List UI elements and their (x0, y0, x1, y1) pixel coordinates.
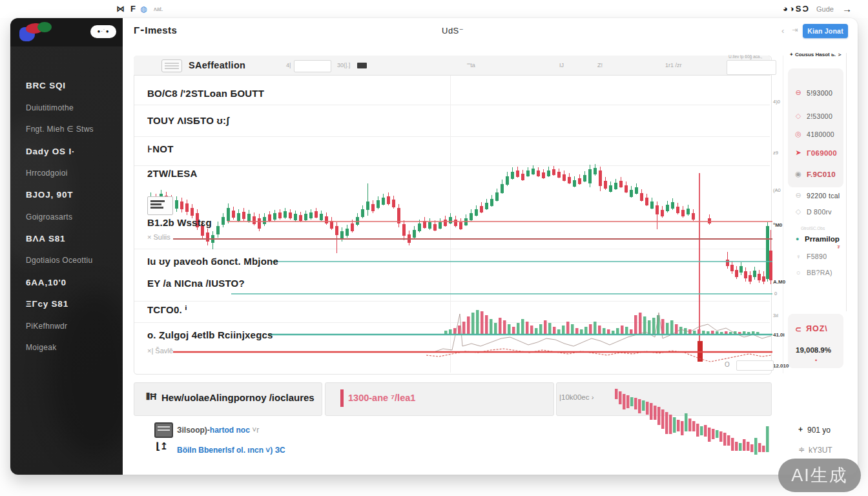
watchlist-row-5[interactable]: ⊖92200 tcal (794, 191, 840, 200)
watchlist-row-value: 92200 tcal (807, 192, 840, 200)
roz-value: 19,008.9% (796, 346, 831, 354)
chart-annotation-8: TCГO0. ⁱ (147, 304, 187, 316)
alert-headline[interactable]: 1300-ane ⁷/lea1 (348, 393, 415, 403)
footer-link-1[interactable]: Зilsoop)-hartod noc ˅r (177, 426, 259, 435)
watchlist-row-2[interactable]: ◎4180000 (794, 130, 834, 138)
axis-label: 41.0i (773, 332, 785, 338)
axis-label: z9 (773, 150, 778, 156)
chart-search-input[interactable] (727, 60, 776, 75)
os-topbar: ⋈ F ◍ ʌat. ◕◑SƆ Gude → (0, 0, 868, 18)
row-separator (134, 249, 770, 249)
sidebar-item-10[interactable]: ΞΓcy S81 (26, 293, 94, 315)
news-headline[interactable]: Hew/uolaeAlingpornoy /ioclaures (161, 392, 315, 403)
watchlist-row-1[interactable]: ◇2!53000 (794, 112, 832, 120)
chart-annotation-1: TOUY ΛISБTO ʊ:ʃ (147, 115, 229, 126)
watchlist-header[interactable]: ✦ Cousus Hasot ь. ＞ (789, 51, 842, 58)
sidebar-item-7[interactable]: BΛA S81 (26, 228, 94, 250)
ai-watermark: AI生成 (778, 459, 861, 492)
plus-icon[interactable]: + (798, 425, 803, 434)
watchlist-row-value: Г069000 (807, 149, 837, 157)
interval-label: 4| (286, 62, 291, 68)
sidebar-item-4[interactable]: Hrrcodgoioi (26, 162, 94, 184)
header-center-label: UdS⁻ (442, 26, 464, 36)
pin-icon[interactable]: ⇥ (792, 26, 798, 34)
sidebar-item-0[interactable]: BRC SQI (26, 75, 94, 97)
watchlist-row-icon: ⊖ (794, 88, 802, 97)
app-root: ⋈ F ◍ ʌat. ◕◑SƆ Gude → ●·˙● BRC SQIDuiut… (0, 0, 868, 496)
alert-bar-icon (340, 389, 344, 407)
chart-type-icon[interactable] (161, 59, 182, 72)
axis-label: A.M0 (773, 279, 785, 285)
watchlist-row-0[interactable]: ⊖5!93000 (794, 88, 832, 97)
chart-header-tick: IJ (559, 62, 564, 68)
chart-corner-note: U.llev tp 60ğ aca., (728, 54, 762, 59)
topbar-status-icons[interactable]: ◕◑SƆ (783, 4, 810, 14)
sidebar-item-12[interactable]: Moigeak (26, 337, 94, 359)
featured-item-label[interactable]: Prramilop (805, 235, 840, 243)
row-separator (134, 322, 770, 323)
featured-dot-icon: ● (796, 236, 799, 242)
row-separator (134, 136, 770, 137)
sidebar-item-3[interactable]: Dady OS I· (26, 140, 94, 162)
watchlist-row-icon: ◇ (794, 207, 802, 216)
sidebar-item-9[interactable]: 6AA,10'0 (26, 271, 94, 293)
app-logo[interactable] (19, 23, 53, 43)
chart-legend-icon[interactable] (147, 196, 173, 215)
window-controls-icon[interactable]: ⋈ (116, 4, 125, 14)
watchlist-row-7[interactable]: ♀F5890 (794, 253, 827, 260)
footer-link-2[interactable]: Böiln Bbenerlsf ol. ıncn ˅) ЗС (177, 446, 285, 455)
axis-label: (A0 (773, 187, 781, 193)
row-separator (134, 301, 770, 302)
vertical-gridline (450, 76, 451, 373)
footer-link-1-suffix: ˅r (250, 426, 259, 435)
chart-annotation-4: B1.2b Wsstɛg (147, 217, 212, 228)
watchlist-row-value: D 800rv (807, 208, 832, 216)
interval-input[interactable] (294, 60, 331, 72)
chart-zoom-handle-icon[interactable]: O (725, 361, 730, 368)
back-chevron-icon[interactable]: ‹ (781, 26, 784, 36)
watchlist-row-3[interactable]: ➤Г069000 (794, 149, 837, 157)
footer-link-1-text[interactable]: hartod noc (210, 426, 250, 435)
watchlist-row-8[interactable]: ○BB?RA) (794, 269, 832, 276)
sidebar-item-1[interactable]: Duiutitimothe (26, 97, 94, 119)
watchlist-row-value: BB?RA) (807, 269, 832, 276)
watchlist-row-value: F.9C010 (807, 170, 836, 178)
watchlist-row-icon: ◉ (794, 170, 802, 178)
chart-header-tick: Z! (597, 62, 603, 68)
topbar-label: ʌat. (154, 6, 163, 12)
chart-header-tick: '''ta (467, 62, 475, 68)
mini-chart-label: |10k00ec › (559, 393, 594, 401)
watchlist-row-value: 2!53000 (807, 112, 832, 120)
panel-divider (783, 56, 783, 373)
roz-label[interactable]: ЯOZ\ (806, 324, 828, 333)
chart-annotation-3: 2TW/LESA (147, 168, 197, 179)
watchlist-row-icon: ➤ (794, 149, 802, 157)
sidebar-item-5[interactable]: BJOJ, 90T (26, 184, 94, 206)
roz-icon: ⊂ (795, 325, 801, 334)
watchlist-row-value: F5890 (807, 253, 827, 260)
app-menu-icon[interactable]: F (130, 4, 136, 14)
sidebar-item-6[interactable]: Goigroasarts (26, 206, 94, 228)
primary-action-button[interactable]: Kian Jonat (803, 24, 848, 38)
equalizer-icon[interactable]: ≑ (798, 445, 805, 454)
watchlist-row-icon: ○ (794, 269, 802, 276)
row-separator (134, 105, 770, 105)
chart-range-slider[interactable] (736, 360, 774, 371)
browser-icon[interactable]: ◍ (140, 5, 147, 14)
indicator-chip-icon[interactable] (357, 63, 367, 68)
sidebar-menu-pill[interactable]: ●·˙● (90, 25, 116, 38)
sidebar-item-11[interactable]: PiKefhnwdr (26, 315, 94, 337)
forward-arrow-icon[interactable]: → (842, 3, 852, 14)
sidebar-item-8[interactable]: Dgotiaios Oceottiu (26, 249, 94, 271)
watchlist-row-4[interactable]: ◉F.9C010 (794, 170, 836, 178)
sidebar-item-2[interactable]: Fngt. Mieh ∈ Stws (26, 119, 94, 141)
chart-header-tick: 1r1 /zr (665, 62, 682, 68)
axis-label: 0 (774, 291, 777, 296)
footer-link-1-prefix: Зilsoop)- (177, 426, 210, 435)
watchlist-row-icon: ⊖ (794, 191, 802, 200)
sidebar: ●·˙● BRC SQIDuiutitimotheFngt. Mieh ∈ St… (10, 18, 123, 475)
watchlist-row-value: 5!93000 (807, 89, 832, 97)
watchlist-row-6[interactable]: ◇D 800rv (794, 207, 832, 216)
news-list-icon: ⦀Ħ (146, 391, 156, 402)
chart-panel[interactable] (134, 56, 772, 375)
